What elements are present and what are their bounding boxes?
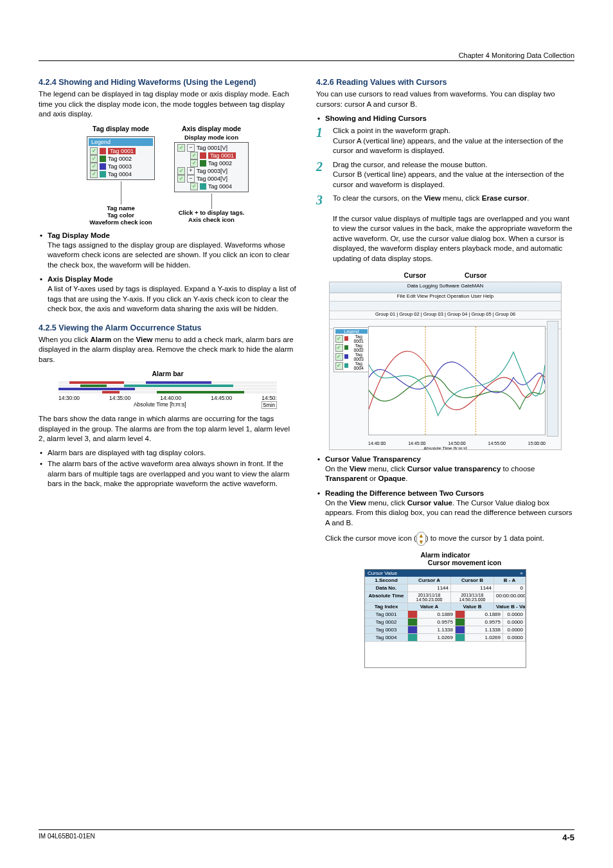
right-side-toolbar[interactable]: [547, 321, 558, 437]
cv-data-row: Tag 00020.95750.95750.0000: [365, 619, 526, 626]
bullet-alarm-overlap: The alarm bars of the active waveform ar…: [48, 459, 297, 489]
heading-cursor-transparency: Cursor Value Transparency: [325, 455, 574, 463]
tick: 14:40:00: [160, 395, 181, 401]
legend-tag[interactable]: Tag 0004: [108, 171, 132, 177]
cv-data-row: Tag 00010.18890.18890.0000: [365, 611, 526, 619]
text-4-2-4-intro: The legend can be displayed in tag displ…: [39, 89, 297, 120]
step-number-1: 1: [316, 126, 326, 139]
step-3-text: To clear the cursors, on the View menu, …: [333, 194, 574, 204]
text-4-2-5-body: The bars show the data range in which al…: [39, 414, 297, 444]
label-waveform-check-icon: Waveform check icon: [87, 219, 155, 226]
axis-tag[interactable]: Tag 0004: [208, 183, 232, 190]
step-number-2: 2: [316, 160, 326, 173]
right-column: 4.2.6 Reading Values with Cursors You ca…: [316, 74, 574, 673]
heading-4-2-6: 4.2.6 Reading Values with Cursors: [316, 78, 574, 87]
plot-legend[interactable]: Legend ✓Tag 0001 ✓Tag 0002 ✓Tag 0003 ✓Ta…: [333, 327, 369, 372]
label-display-mode-icon: Display mode icon: [174, 134, 249, 141]
step-1-text: Click a point in the waveform graph.Curs…: [333, 126, 574, 156]
axis-item[interactable]: Tag 0004[V]: [197, 176, 227, 182]
label-click-plus: Click + to display tags.: [174, 209, 249, 216]
tick: 14:45:00: [211, 395, 232, 401]
menubar[interactable]: File Edit View Project Operation User He…: [330, 293, 561, 302]
tick: 14:30:00: [58, 395, 80, 401]
text-cursor-transparency: On the View menu, click Cursor value tra…: [325, 464, 574, 484]
heading-tag-display-mode: Tag Display Mode: [48, 231, 297, 239]
label-cursor-move-icon: Cursor movement icon: [428, 559, 501, 566]
left-column: 4.2.4 Showing and Hiding Waveforms (Usin…: [39, 74, 297, 673]
heading-show-hide-cursors: Showing and Hiding Cursors: [325, 114, 574, 122]
axis-check-icon[interactable]: ✓: [177, 175, 185, 183]
heading-4-2-4: 4.2.4 Showing and Hiding Waveforms (Usin…: [39, 78, 297, 87]
axis-item[interactable]: Tag 0001[V]: [197, 145, 227, 151]
collapse-icon[interactable]: −: [187, 144, 195, 152]
text-cursor-diff-1: On the View menu, click Cursor value. Th…: [325, 498, 574, 529]
waveform-plot[interactable]: [368, 326, 546, 435]
group-tabs[interactable]: Group 01 | Group 02 | Group 03 | Group 0…: [330, 311, 561, 320]
text-4-2-5-intro: When you click Alarm on the View menu to…: [39, 335, 297, 365]
heading-cursor-difference: Reading the Difference between Two Curso…: [325, 489, 574, 497]
label-tag-color: Tag color: [87, 212, 155, 219]
toolbar[interactable]: [330, 302, 561, 311]
label-tag-display-mode: Tag display mode: [87, 125, 155, 132]
cv-data-row: Tag 00041.02691.02690.0000: [365, 634, 526, 642]
label-axis-display-mode: Axis display mode: [174, 125, 249, 132]
figure-alarm-bar: Alarm bar 14:30:00 14:35:00 14:40:00 14:…: [39, 370, 297, 409]
legend-tag[interactable]: Tag 0002: [108, 156, 132, 162]
waveform-check-icon[interactable]: ✓: [90, 155, 98, 163]
axis-check-icon[interactable]: ✓: [177, 144, 185, 152]
expand-icon[interactable]: +: [187, 167, 195, 175]
page-number: 4-5: [562, 833, 574, 842]
label-alarm-indicator: Alarm indicator: [420, 551, 470, 559]
window-titlebar: Data Logging Software GateMAN: [330, 282, 561, 293]
axis-caption: Absolute Time [h:m:s]: [134, 401, 186, 409]
label-tag-name: Tag name: [87, 204, 155, 212]
figure-cursor-screenshot: Cursor Cursor Data Logging Software Gate…: [316, 271, 574, 450]
heading-axis-display-mode: Axis Display Mode: [48, 275, 297, 283]
waveform-check-icon[interactable]: ✓: [90, 163, 98, 170]
text-axis-display-mode: A list of Y-axes used by tags is display…: [48, 284, 297, 314]
waveform-check-icon[interactable]: ✓: [90, 147, 98, 155]
figure-cursor-value-dialog: Alarm indicator Cursor movement icon Cur…: [316, 551, 574, 668]
label-alarm-bar: Alarm bar: [39, 370, 297, 377]
cv-data-row: Tag 00031.13381.13380.0000: [365, 626, 526, 634]
cursor-value-dialog[interactable]: Cursor Value× 1.Second Cursor A Cursor B…: [364, 569, 526, 668]
heading-4-2-5: 4.2.5 Viewing the Alarm Occurrence Statu…: [39, 323, 297, 332]
waveform-check-icon[interactable]: ✓: [190, 152, 198, 159]
waveform-check-icon[interactable]: ✓: [190, 183, 198, 190]
text-4-2-6-intro: You can use cursors to read values from …: [316, 89, 574, 109]
cursor-move-icon: ▲▼: [416, 532, 426, 546]
page-footer: IM 04L65B01-01EN 4-5: [39, 829, 574, 842]
tick: 14:50:: [262, 395, 277, 401]
label-cursor-b: Cursor: [465, 271, 486, 279]
figure-legend-modes: Tag display mode Legend ✓Tag 0001 ✓Tag 0…: [39, 125, 297, 226]
label-axis-check-icon: Axis check icon: [174, 216, 249, 223]
legend-tag[interactable]: Tag 0001: [108, 148, 136, 154]
chapter-header: Chapter 4 Monitoring Data Collection: [39, 51, 574, 61]
scale-label: 5min: [262, 401, 277, 409]
step-2-text: Drag the cursor, and release the mouse b…: [333, 160, 574, 190]
step-number-3: 3: [316, 194, 326, 206]
legend-tag[interactable]: Tag 0003: [108, 163, 132, 170]
doc-id: IM 04L65B01-01EN: [39, 833, 95, 842]
label-cursor-a: Cursor: [404, 271, 426, 279]
axis-tag[interactable]: Tag 0001: [208, 152, 236, 159]
text-cursor-follow: If the cursor value displays of multiple…: [333, 214, 574, 264]
text-tag-display-mode: The tags assigned to the display group a…: [48, 240, 297, 271]
axis-check-icon[interactable]: ✓: [177, 167, 185, 175]
axis-tag[interactable]: Tag 0002: [208, 160, 232, 167]
legend-title: Legend: [89, 138, 153, 146]
waveform-check-icon[interactable]: ✓: [90, 170, 98, 178]
bullet-alarm-colors: Alarm bars are displayed with tag displa…: [48, 448, 297, 458]
text-cursor-diff-2: Click the cursor move icon (▲▼) to move …: [325, 532, 574, 546]
tick: 14:35:00: [109, 395, 130, 401]
axis-item[interactable]: Tag 0003[V]: [197, 168, 227, 174]
close-icon[interactable]: ×: [520, 570, 523, 576]
waveform-check-icon[interactable]: ✓: [190, 159, 198, 167]
collapse-icon[interactable]: −: [187, 175, 195, 183]
